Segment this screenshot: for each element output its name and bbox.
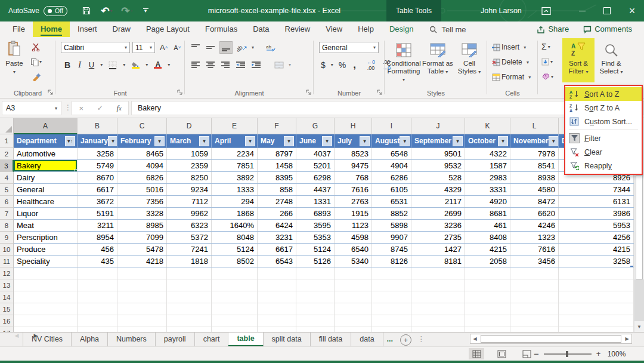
sort-filter-indicator-icon[interactable]: ▾↑ [65, 136, 75, 146]
minimize-button[interactable] [570, 0, 594, 21]
row-header-1[interactable]: 1 [0, 134, 14, 148]
cell-B10[interactable]: 456 [78, 244, 117, 255]
cell-A10[interactable]: Produce [14, 244, 78, 255]
cell-A14[interactable] [14, 291, 78, 303]
insert-cells-button[interactable]: Insert ▾ [492, 41, 531, 54]
cell-F13[interactable] [258, 279, 296, 291]
cell-J5[interactable]: 4329 [411, 184, 465, 195]
cell-E9[interactable]: 8048 [212, 232, 258, 243]
cell-J11[interactable]: 8181 [411, 256, 465, 267]
cell-B9[interactable]: 8954 [78, 232, 117, 243]
increase-decimal-button[interactable]: ←0.00 [365, 59, 377, 71]
cell-G3[interactable]: 5201 [296, 160, 335, 171]
cell-A9[interactable]: Perscription [14, 232, 78, 243]
cell-K5[interactable]: 3331 [465, 184, 510, 195]
cell-F10[interactable]: 6617 [258, 244, 296, 255]
cell-E12[interactable] [212, 267, 258, 279]
cell-H10[interactable]: 6540 [335, 244, 372, 255]
page-layout-view-button[interactable] [494, 348, 509, 359]
cell-A4[interactable]: Dairy [14, 172, 78, 183]
col-header-E[interactable]: E [212, 118, 258, 134]
table-header-september[interactable]: September▾ [411, 134, 465, 147]
next-sheet-icon[interactable]: ▶ [27, 333, 44, 339]
cell-I3[interactable]: 4904 [372, 160, 411, 171]
cell-I9[interactable]: 9907 [372, 232, 411, 243]
cell-K13[interactable] [465, 279, 510, 291]
cell-K6[interactable]: 4920 [465, 196, 510, 207]
cell-G4[interactable]: 6298 [296, 172, 335, 183]
number-dialog-launcher[interactable] [377, 90, 383, 96]
cell-G13[interactable] [296, 279, 335, 291]
cell-D10[interactable]: 7241 [167, 244, 212, 255]
vertical-scrollbar-thumb[interactable] [636, 175, 643, 279]
cell-A8[interactable]: Meat [14, 220, 78, 231]
close-button[interactable]: × [620, 0, 644, 21]
row-header-16[interactable]: 16 [0, 315, 14, 327]
cell-H17[interactable] [335, 327, 372, 332]
scroll-left-icon[interactable]: ◀ [470, 334, 479, 343]
cell-C13[interactable] [117, 279, 167, 291]
comma-style-button[interactable]: , [351, 59, 358, 71]
row-header-12[interactable]: 12 [0, 267, 14, 279]
row-header-7[interactable]: 7 [0, 208, 14, 220]
cell-C16[interactable] [117, 315, 167, 327]
wrap-text-button[interactable]: ab [264, 41, 277, 54]
cell-G14[interactable] [296, 291, 335, 303]
cell-H15[interactable] [335, 303, 372, 315]
cell-K2[interactable]: 4322 [465, 148, 510, 159]
cell-G11[interactable]: 5126 [296, 256, 335, 267]
tab-file[interactable]: File [5, 21, 33, 37]
sheet-tab-numbers[interactable]: Numbers [108, 333, 156, 346]
cell-L3[interactable]: 8541 [510, 160, 559, 171]
clear-button[interactable]: ▾ [541, 70, 553, 83]
cell-M6[interactable]: 6131 [559, 196, 634, 207]
cell-D4[interactable]: 8250 [167, 172, 212, 183]
cell-G9[interactable]: 5353 [296, 232, 335, 243]
cell-H16[interactable] [335, 315, 372, 327]
table-header-october[interactable]: October▾ [465, 134, 510, 147]
scroll-down-icon[interactable]: ▼ [634, 321, 644, 332]
cell-B8[interactable]: 3211 [78, 220, 117, 231]
cell-L14[interactable] [510, 291, 559, 303]
cell-B4[interactable]: 8670 [78, 172, 117, 183]
col-header-C[interactable]: C [117, 118, 167, 134]
cell-I7[interactable]: 8852 [372, 208, 411, 219]
decrease-indent-button[interactable] [234, 59, 247, 71]
cell-B17[interactable] [78, 327, 117, 332]
cell-G10[interactable]: 5124 [296, 244, 335, 255]
cell-L8[interactable]: 4246 [510, 220, 559, 231]
horizontal-scrollbar[interactable]: ◀ ▶ [470, 334, 632, 344]
table-header-june[interactable]: June▾ [296, 134, 335, 147]
tab-insert[interactable]: Insert [70, 21, 105, 37]
col-header-G[interactable]: G [296, 118, 335, 134]
zoom-slider-thumb[interactable] [566, 351, 568, 357]
clipboard-dialog-launcher[interactable] [48, 90, 54, 96]
cell-J8[interactable]: 3236 [411, 220, 465, 231]
cell-M7[interactable]: 3986 [559, 208, 634, 219]
cell-G5[interactable]: 4437 [296, 184, 335, 195]
zoom-slider[interactable] [544, 353, 592, 355]
cell-A7[interactable]: Liquor [14, 208, 78, 219]
cell-K10[interactable]: 4215 [465, 244, 510, 255]
name-box[interactable]: A3▾ [2, 101, 61, 115]
cell-J7[interactable]: 2699 [411, 208, 465, 219]
cell-L9[interactable]: 1323 [510, 232, 559, 243]
cell-L17[interactable] [510, 327, 559, 332]
prev-sheet-icon[interactable]: ◀ [8, 333, 25, 339]
cell-F5[interactable]: 858 [258, 184, 296, 195]
horizontal-scrollbar-track[interactable] [479, 334, 623, 343]
table-header-may[interactable]: May▾ [258, 134, 296, 147]
cell-E5[interactable]: 1333 [212, 184, 258, 195]
cut-button[interactable] [29, 41, 44, 53]
merge-center-button[interactable] [273, 59, 286, 71]
cell-I5[interactable]: 6105 [372, 184, 411, 195]
tell-me-box[interactable]: Tell me [429, 21, 466, 37]
cell-B12[interactable] [78, 267, 117, 279]
tab-formulas[interactable]: Formulas [197, 21, 245, 37]
filter-dropdown-icon[interactable]: ▾ [549, 136, 559, 146]
cell-L5[interactable]: 4580 [510, 184, 559, 195]
cell-J13[interactable] [411, 279, 465, 291]
menu-item-reapply[interactable]: Reapply [565, 159, 642, 173]
cell-G12[interactable] [296, 267, 335, 279]
cell-F11[interactable]: 6543 [258, 256, 296, 267]
